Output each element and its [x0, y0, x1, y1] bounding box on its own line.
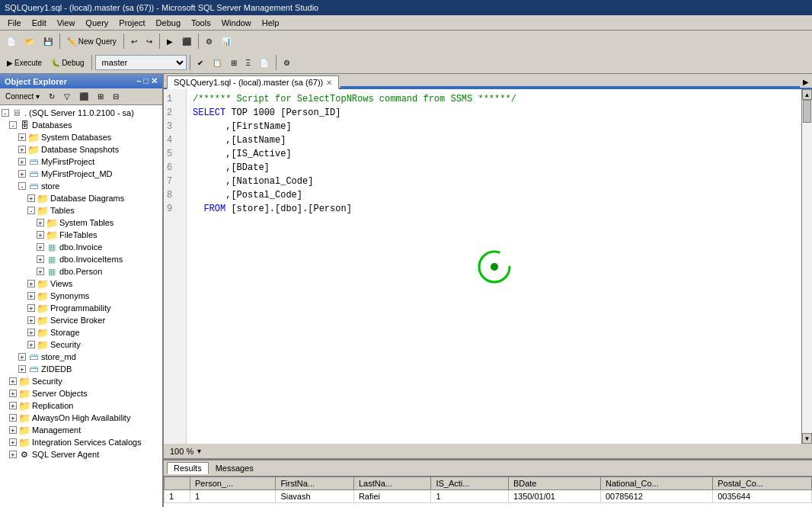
expand-zidedb[interactable]: + — [18, 365, 26, 373]
parse-btn[interactable]: ✔ — [193, 56, 207, 69]
tree-item-diagrams[interactable]: + 📁 Database Diagrams — [0, 192, 162, 204]
tree-item-systables[interactable]: + 📁 System Tables — [0, 217, 162, 229]
expand-server[interactable]: - — [2, 109, 9, 117]
tree-item-integration[interactable]: + 📁 Integration Services Catalogs — [0, 436, 162, 448]
undo-btn[interactable]: ↩ — [127, 35, 141, 48]
tree-item-storage[interactable]: + 📁 Storage — [0, 326, 162, 339]
menu-edit[interactable]: Edit — [27, 18, 51, 28]
oe-filter-btn[interactable]: ▽ — [60, 90, 74, 103]
tree-item-servicebroker[interactable]: + 📁 Service Broker — [0, 314, 162, 326]
tab-close-btn[interactable]: ✕ — [326, 79, 332, 87]
run-btn[interactable]: ▶ — [163, 35, 177, 48]
tree-item-security[interactable]: + 📁 Security — [0, 375, 162, 387]
expand-prog[interactable]: + — [27, 304, 35, 312]
expand-sysdb[interactable]: + — [18, 133, 26, 141]
text-btn[interactable]: Ξ — [242, 56, 255, 69]
expand-myfpmd[interactable]: + — [18, 170, 26, 178]
expand-sqlagent[interactable]: + — [9, 451, 17, 458]
tree-item-views[interactable]: + 📁 Views — [0, 278, 162, 290]
expand-databases[interactable]: - — [9, 121, 17, 129]
tree-item-management[interactable]: + 📁 Management — [0, 424, 162, 436]
editor-scrollbar[interactable]: ▲ ▼ — [801, 89, 812, 444]
menu-file[interactable]: File — [3, 18, 26, 28]
misc-btn2[interactable]: 📊 — [218, 35, 235, 48]
expand-diagrams[interactable]: + — [27, 194, 35, 202]
tree-item-security-store[interactable]: + 📁 Security — [0, 339, 162, 351]
tree-item-programmability[interactable]: + 📁 Programmability — [0, 302, 162, 314]
menu-project[interactable]: Project — [114, 18, 149, 28]
expand-storage[interactable]: + — [27, 329, 35, 336]
scroll-thumb[interactable] — [803, 100, 811, 123]
menu-help[interactable]: Help — [257, 18, 284, 28]
expand-synonyms[interactable]: + — [27, 292, 35, 300]
table-row[interactable]: 1 1 Siavash Rafiei 1 1350/01/01 00785612… — [165, 490, 812, 503]
grid-btn[interactable]: ⊞ — [227, 56, 241, 69]
expand-views[interactable]: + — [27, 280, 35, 287]
tree-item-myfirstproject[interactable]: + 🗃 MyFirstProject — [0, 156, 162, 168]
tree-item-snapshots[interactable]: + 📁 Database Snapshots — [0, 143, 162, 156]
stop-btn[interactable]: ⬛ — [178, 35, 195, 48]
scroll-down-btn[interactable]: ▼ — [802, 433, 812, 444]
results-btn[interactable]: 📋 — [209, 56, 225, 69]
expand-serverobj[interactable]: + — [9, 390, 17, 397]
expand-person[interactable]: + — [37, 268, 44, 275]
tab-scroll-right[interactable]: ▶ — [800, 76, 812, 88]
tree-item-tables[interactable]: - 📁 Tables — [0, 204, 162, 217]
new-btn[interactable]: 📄 — [3, 35, 20, 48]
menu-query[interactable]: Query — [81, 18, 113, 28]
tree-item-serverobjects[interactable]: + 📁 Server Objects — [0, 387, 162, 400]
expand-mgmt[interactable]: + — [9, 426, 17, 434]
tree-item-store[interactable]: - 🗃 store — [0, 180, 162, 192]
file-btn[interactable]: 📄 — [256, 56, 273, 69]
debug-btn[interactable]: 🐛 Debug — [47, 56, 88, 69]
query-tab-1[interactable]: SQLQuery1.sql - (local).master (sa (67))… — [167, 75, 339, 89]
tree-item-invoice[interactable]: + ▦ dbo.Invoice — [0, 241, 162, 253]
tree-item-replication[interactable]: + 📁 Replication — [0, 400, 162, 412]
menu-window[interactable]: Window — [217, 18, 256, 28]
oe-collapse-btn[interactable]: ⊟ — [109, 90, 123, 103]
expand-storemd[interactable]: + — [18, 353, 26, 361]
settings-btn[interactable]: ⚙ — [280, 56, 294, 69]
expand-tables[interactable]: - — [27, 207, 35, 214]
tree-item-sqlagent[interactable]: + ⚙ SQL Server Agent — [0, 448, 162, 460]
tree-item-zidedb[interactable]: + 🗃 ZIDEDB — [0, 363, 162, 375]
tree-item-filetables[interactable]: + 📁 FileTables — [0, 229, 162, 241]
expand-filetables[interactable]: + — [37, 231, 44, 239]
execute-btn[interactable]: ▶ Execute — [3, 56, 46, 69]
open-btn[interactable]: 📂 — [21, 35, 38, 48]
expand-sec-store[interactable]: + — [27, 341, 35, 348]
expand-myfp[interactable]: + — [18, 158, 26, 165]
expand-invoiceitems[interactable]: + — [37, 255, 44, 263]
scroll-up-btn[interactable]: ▲ — [802, 89, 812, 100]
expand-security[interactable]: + — [9, 377, 17, 385]
expand-snapshots[interactable]: + — [18, 146, 26, 153]
save-btn[interactable]: 💾 — [40, 35, 56, 48]
tree-item-myfirstproject-md[interactable]: + 🗃 MyFirstProject_MD — [0, 168, 162, 180]
zoom-dropdown-btn[interactable]: ▾ — [193, 444, 205, 457]
tree-item-alwayson[interactable]: + 📁 AlwaysOn High Availability — [0, 412, 162, 424]
menu-view[interactable]: View — [53, 18, 80, 28]
tree-item-storemd[interactable]: + 🗃 store_md — [0, 351, 162, 363]
expand-store[interactable]: - — [18, 182, 26, 190]
results-tab-results[interactable]: Results — [167, 462, 209, 474]
misc-btn1[interactable]: ⚙ — [202, 35, 216, 48]
expand-replication[interactable]: + — [9, 402, 17, 409]
oe-refresh-btn[interactable]: ↻ — [45, 90, 59, 103]
expand-integration[interactable]: + — [9, 438, 17, 446]
results-tab-messages[interactable]: Messages — [209, 462, 261, 474]
tree-item-sysdb[interactable]: + 📁 System Databases — [0, 131, 162, 143]
oe-stop-btn[interactable]: ⬛ — [75, 90, 92, 103]
redo-btn[interactable]: ↪ — [142, 35, 156, 48]
expand-invoice[interactable]: + — [37, 243, 44, 251]
tree-item-server[interactable]: - 🖥 . (SQL Server 11.0.2100 - sa) — [0, 107, 162, 119]
expand-sb[interactable]: + — [27, 316, 35, 324]
oe-expand-btn[interactable]: ⊞ — [94, 90, 107, 103]
code-editor[interactable]: /****** Script for SelectTopNRows comman… — [187, 89, 801, 444]
expand-systables[interactable]: + — [37, 219, 44, 226]
expand-alwayson[interactable]: + — [9, 414, 17, 422]
tree-item-invoiceitems[interactable]: + ▦ dbo.InvoiceItems — [0, 253, 162, 265]
tree-item-databases[interactable]: - 🗄 Databases — [0, 119, 162, 131]
menu-tools[interactable]: Tools — [187, 18, 216, 28]
results-grid[interactable]: Person_... FirstNa... LastNa... IS_Acti.… — [164, 477, 812, 507]
tree-item-person[interactable]: + ▦ dbo.Person — [0, 265, 162, 278]
